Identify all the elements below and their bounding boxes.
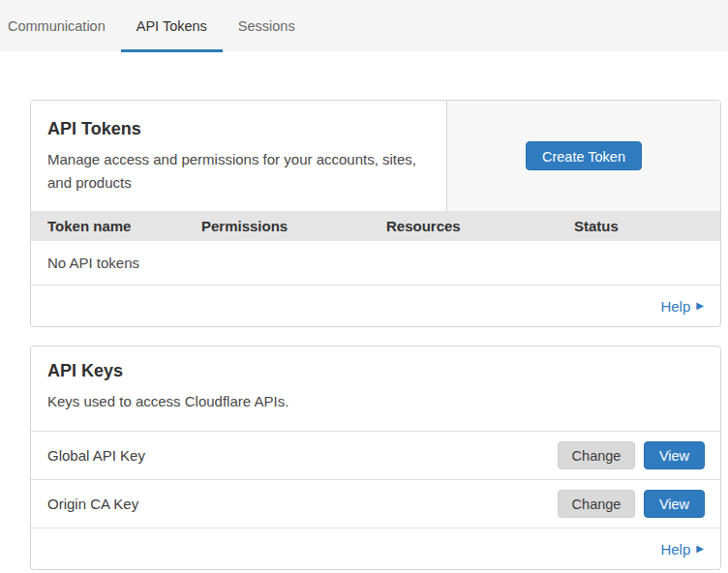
help-link-label: Help xyxy=(660,298,690,315)
api-tokens-description: Manage access and permissions for your a… xyxy=(47,148,430,195)
change-origin-ca-key-button[interactable]: Change xyxy=(558,490,635,518)
tab-communication[interactable]: Communication xyxy=(0,0,121,51)
tokens-table-header: Token name Permissions Resources Status xyxy=(31,211,720,241)
help-arrow-icon: ▶ xyxy=(696,301,704,311)
tokens-empty-row: No API tokens xyxy=(31,241,720,286)
api-tokens-card: API Tokens Manage access and permissions… xyxy=(30,100,721,327)
api-keys-card-footer: Help ▶ xyxy=(31,528,720,569)
api-tokens-card-action-panel: Create Token xyxy=(446,101,720,211)
api-keys-title: API Keys xyxy=(47,361,704,381)
api-tokens-card-footer: Help ▶ xyxy=(31,286,720,326)
tab-bar: Communication API Tokens Sessions xyxy=(0,0,728,51)
key-row-label: Origin CA Key xyxy=(47,496,558,512)
change-global-api-key-button[interactable]: Change xyxy=(558,441,635,469)
view-origin-ca-key-button[interactable]: View xyxy=(644,490,705,518)
column-header-token-name: Token name xyxy=(47,218,201,234)
create-token-button[interactable]: Create Token xyxy=(526,141,642,170)
column-header-permissions: Permissions xyxy=(201,218,386,234)
help-arrow-icon: ▶ xyxy=(696,544,704,554)
api-keys-card: API Keys Keys used to access Cloudflare … xyxy=(30,346,721,570)
tab-api-tokens-label: API Tokens xyxy=(136,18,207,34)
column-header-resources: Resources xyxy=(386,218,574,234)
tab-sessions[interactable]: Sessions xyxy=(223,0,311,51)
api-tokens-help-link[interactable]: Help ▶ xyxy=(660,298,704,315)
active-tab-underline xyxy=(121,49,223,52)
view-global-api-key-button[interactable]: View xyxy=(644,441,705,469)
api-tokens-card-header: API Tokens Manage access and permissions… xyxy=(31,101,720,211)
api-tokens-title: API Tokens xyxy=(47,119,430,139)
api-tokens-card-header-text: API Tokens Manage access and permissions… xyxy=(31,101,446,211)
tab-api-tokens[interactable]: API Tokens xyxy=(121,0,223,51)
page-content: API Tokens Manage access and permissions… xyxy=(0,51,728,570)
api-keys-card-header: API Keys Keys used to access Cloudflare … xyxy=(31,347,720,432)
tokens-empty-message: No API tokens xyxy=(47,255,139,271)
column-header-status: Status xyxy=(574,218,720,234)
key-row-origin-ca-key: Origin CA Key Change View xyxy=(31,480,720,528)
help-link-label: Help xyxy=(660,541,690,558)
api-keys-description: Keys used to access Cloudflare APIs. xyxy=(47,390,704,413)
api-keys-help-link[interactable]: Help ▶ xyxy=(660,541,704,558)
key-row-label: Global API Key xyxy=(47,447,558,464)
key-row-global-api-key: Global API Key Change View xyxy=(31,432,720,480)
